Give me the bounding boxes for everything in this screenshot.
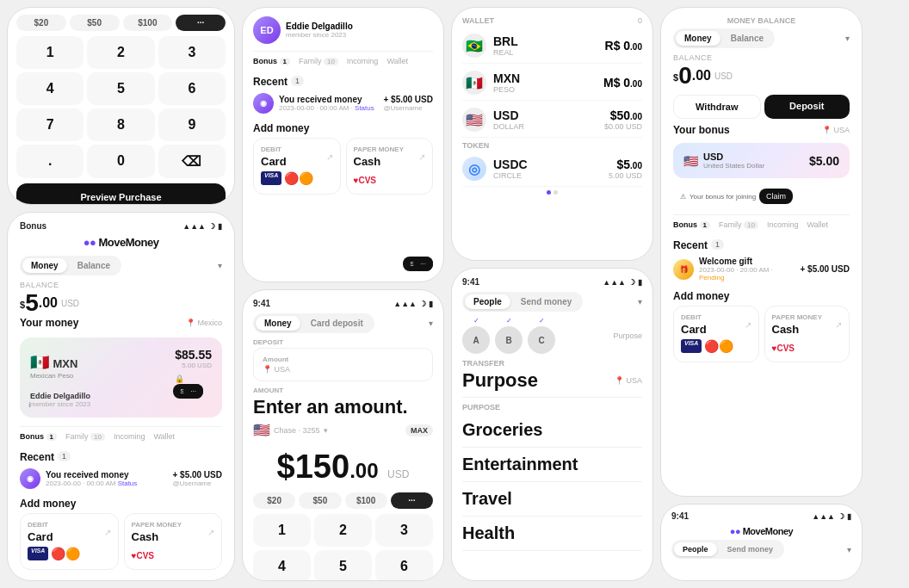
add-cash-2[interactable]: PAPER MONEY Cash ↗ ♥CVS [346, 138, 434, 195]
add-card-2[interactable]: DEBIT Card ↗ VISA 🔴🟠 [253, 138, 341, 195]
key-2-2[interactable]: 2 [314, 514, 372, 547]
tab-money-bal[interactable]: Money [676, 31, 720, 46]
person-1-col: ✓ A [462, 317, 490, 354]
more-btn[interactable]: ··· [413, 257, 433, 271]
subnav-wallet[interactable]: Wallet [153, 432, 175, 441]
subnav4-wallet[interactable]: Wallet [807, 220, 828, 229]
recent-count-4: 1 [711, 239, 724, 250]
chip-50[interactable]: $50 [70, 15, 120, 31]
key-5-2[interactable]: 5 [314, 550, 372, 581]
key-6-2[interactable]: 6 [375, 550, 433, 581]
purpose-travel[interactable]: Travel [462, 482, 642, 517]
key-3[interactable]: 3 [158, 36, 226, 69]
send-tabs: People Send money ▾ [462, 292, 642, 312]
person-3[interactable]: C [528, 326, 555, 354]
add-cash-option[interactable]: PAPER MONEY Cash ↗ ♥CVS [124, 513, 223, 570]
subnav-family[interactable]: Family 10 [65, 432, 105, 441]
subnav2-incoming[interactable]: Incoming [347, 57, 379, 65]
chip-20[interactable]: $20 [16, 15, 66, 31]
tab-people[interactable]: People [465, 294, 510, 309]
chip-more-2[interactable]: ··· [391, 492, 433, 509]
subnav-bonus[interactable]: Bonus 1 [20, 432, 57, 441]
key-backspace[interactable]: ⌫ [158, 145, 226, 178]
subnav4-family[interactable]: Family 10 [719, 220, 758, 229]
key-3-2[interactable]: 3 [375, 514, 433, 547]
deposit-amount-label: Amount [253, 387, 433, 394]
chip-50-2[interactable]: $50 [299, 492, 341, 509]
subnav2-bonus[interactable]: Bonus 1 [253, 57, 290, 65]
deposit-button[interactable]: Deposit [764, 95, 850, 119]
subnav-incoming[interactable]: Incoming [114, 432, 145, 441]
mxn-amounts: M$ 0.00 [603, 76, 642, 90]
withdraw-button[interactable]: Withdraw [673, 95, 761, 119]
key-1[interactable]: 1 [16, 36, 83, 69]
bal-int: 0 [678, 62, 692, 90]
chip-20-2[interactable]: $20 [253, 492, 295, 509]
key-8[interactable]: 8 [87, 108, 154, 141]
tab-send-money[interactable]: Send money [512, 294, 580, 309]
money-balance-header: Money Balance [673, 16, 850, 25]
mini-tab-pill: People Send money [671, 540, 784, 559]
key-6[interactable]: 6 [158, 72, 226, 105]
bonus-notice: ⚠ Your bonus for joining Claim [673, 185, 850, 207]
max-button[interactable]: MAX [405, 424, 433, 436]
key-7[interactable]: 7 [16, 108, 83, 141]
chip-100[interactable]: $100 [123, 15, 173, 31]
keypad-grid: 1 2 3 4 5 6 7 8 9 . 0 ⌫ [16, 36, 226, 178]
tabs-row: Money Balance ▾ [20, 256, 222, 275]
chip-more[interactable]: ··· [176, 15, 226, 31]
location-pin-icon: 📍 [186, 319, 195, 327]
send-money-phone: 9:41 ▲▲▲ ☽ ▮ People Send money ▾ ✓ [451, 268, 653, 581]
tab-balance[interactable]: Balance [69, 258, 119, 273]
add-cash-4[interactable]: PAPER MONEY Cash ↗ ♥CVS [764, 306, 850, 362]
chip-100-2[interactable]: $100 [345, 492, 387, 509]
key-dot[interactable]: . [16, 145, 83, 178]
claim-button[interactable]: Claim [759, 189, 793, 204]
key-4-2[interactable]: 4 [253, 550, 311, 581]
balance-tabs: Money Balance ▾ [673, 28, 850, 48]
purpose-entertainment[interactable]: Entertainment [462, 448, 642, 482]
key-0[interactable]: 0 [87, 145, 154, 178]
recent-item-2: ◉ You received money 2023-00-00 · 00:00 … [253, 90, 433, 117]
tab-money-2[interactable]: Money [256, 316, 300, 331]
tab-send-mini[interactable]: Send money [719, 542, 782, 556]
send-tab-pill: People Send money [462, 292, 583, 312]
tab-people-mini[interactable]: People [674, 542, 717, 556]
recent-header-2: Recent 1 [253, 72, 433, 90]
bonus-currency-code: USD [703, 152, 764, 162]
recent-count-2: 1 [291, 76, 304, 86]
key-4[interactable]: 4 [16, 72, 83, 105]
battery-icon: ▮ [218, 222, 222, 231]
tab-card-deposit[interactable]: Card deposit [302, 316, 372, 331]
your-money-header: Your money 📍 Mexico [20, 317, 222, 329]
chevron-down-2: ▾ [429, 319, 433, 328]
purpose-health[interactable]: Health [462, 517, 642, 551]
bonus-currency-name: United States Dollar [703, 162, 764, 170]
add-card-option[interactable]: DEBIT Card ↗ VISA 🔴🟠 [20, 513, 119, 570]
pin-icon: 📍 [615, 376, 624, 385]
person-1[interactable]: A [462, 326, 490, 354]
person-2[interactable]: B [495, 326, 523, 354]
more-button[interactable]: ··· [183, 384, 203, 399]
tab-money[interactable]: Money [22, 258, 67, 273]
preview-purchase-button[interactable]: Preview Purchase [16, 183, 226, 205]
key-9[interactable]: 9 [158, 108, 226, 141]
key-1-2[interactable]: 1 [253, 514, 311, 547]
visa-badge-2: VISA [261, 171, 281, 185]
purpose-groceries[interactable]: Groceries [462, 413, 642, 448]
subnav4-bonus[interactable]: Bonus 1 [673, 220, 710, 229]
key-5[interactable]: 5 [87, 72, 154, 105]
tab-balance-bal[interactable]: Balance [722, 31, 772, 46]
key-2[interactable]: 2 [87, 36, 154, 69]
add-card-4[interactable]: DEBIT Card ↗ VISA 🔴🟠 [673, 306, 759, 362]
arrow-4: ↗ [745, 320, 751, 330]
status-bar-5: 9:41 ▲▲▲ ☽ ▮ [671, 511, 851, 521]
amount-field[interactable]: Amount 📍 USA [253, 348, 433, 381]
subnav4-incoming[interactable]: Incoming [767, 220, 799, 229]
usd-amount: $50.00 [604, 108, 642, 122]
balance-currency: USD [61, 299, 79, 308]
subnav2-wallet[interactable]: Wallet [386, 57, 408, 65]
subnav2-family[interactable]: Family 10 [299, 57, 338, 65]
purpose-section-label: PURPOSE [462, 403, 642, 412]
mxn-card: 🇲🇽 MXN Mexican Peso $85.55 5.00 USD 🔒 Ed… [20, 337, 222, 418]
